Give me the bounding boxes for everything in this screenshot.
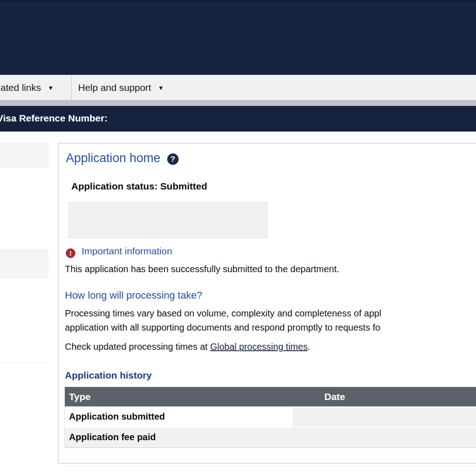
help-support-label: Help and support bbox=[78, 82, 151, 93]
page-divider bbox=[63, 466, 476, 467]
application-history-table: Type Date Application submitted Applicat… bbox=[64, 387, 476, 448]
sidebar-item-2[interactable] bbox=[0, 249, 48, 279]
header-strip bbox=[0, 100, 476, 106]
help-icon[interactable]: ? bbox=[167, 153, 179, 165]
panel-title-row: Application home ? bbox=[66, 151, 179, 165]
important-information-row: ! Important information bbox=[66, 246, 172, 258]
sidebar-item-1[interactable] bbox=[0, 143, 48, 168]
check-times-line: Check updated processing times at Global… bbox=[65, 342, 310, 352]
related-links-menu[interactable]: ated links ▼ bbox=[0, 75, 53, 100]
navbar-divider bbox=[71, 75, 72, 100]
visa-reference-label: Visa Reference Number: bbox=[0, 106, 107, 131]
visa-reference-bar: Visa Reference Number: bbox=[0, 106, 476, 132]
app-header bbox=[0, 0, 476, 74]
table-row: Application submitted bbox=[65, 406, 476, 427]
application-home-panel: Application home ? Application status: S… bbox=[58, 143, 476, 463]
help-support-menu[interactable]: Help and support ▼ bbox=[78, 75, 164, 100]
alert-icon: ! bbox=[66, 248, 75, 258]
column-header-date: Date bbox=[292, 387, 476, 406]
table-row: Application fee paid bbox=[65, 427, 476, 448]
important-information-heading: Important information bbox=[81, 246, 172, 256]
related-links-label: ated links bbox=[0, 82, 41, 93]
global-processing-times-link[interactable]: Global processing times bbox=[210, 342, 307, 352]
application-history-heading: Application history bbox=[65, 370, 152, 381]
chevron-down-icon: ▼ bbox=[158, 75, 164, 100]
table-header-row: Type Date bbox=[65, 387, 476, 406]
check-times-prefix: Check updated processing times at bbox=[65, 342, 210, 352]
column-header-type: Type bbox=[65, 387, 292, 406]
chevron-down-icon: ▼ bbox=[48, 75, 54, 100]
processing-time-heading: How long will processing take? bbox=[65, 290, 202, 301]
status-details-box bbox=[68, 202, 268, 238]
page-title: Application home bbox=[66, 151, 160, 165]
cell-date bbox=[292, 407, 476, 427]
sidebar bbox=[0, 143, 48, 363]
check-times-suffix: . bbox=[307, 342, 310, 352]
application-status: Application status: Submitted bbox=[71, 181, 207, 192]
navbar: ated links ▼ Help and support ▼ bbox=[0, 74, 476, 100]
cell-type: Application submitted bbox=[65, 407, 292, 427]
cell-type: Application fee paid bbox=[65, 428, 292, 448]
processing-paragraph-line-1: Processing times vary based on volume, c… bbox=[65, 308, 381, 319]
cell-date bbox=[292, 428, 476, 448]
submission-message: This application has been successfully s… bbox=[65, 264, 339, 274]
page: ated links ▼ Help and support ▼ Visa Ref… bbox=[0, 0, 476, 474]
processing-paragraph-line-2: application with all supporting document… bbox=[65, 322, 380, 333]
